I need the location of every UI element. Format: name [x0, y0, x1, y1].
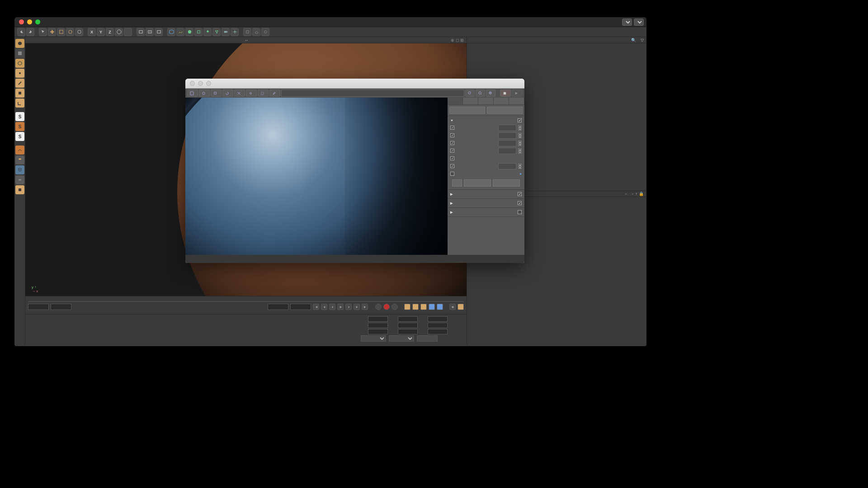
- goto-start-button[interactable]: [313, 304, 319, 310]
- timeline-ruler[interactable]: [28, 297, 464, 302]
- coord-y-size[interactable]: [398, 323, 418, 328]
- apply-button[interactable]: [417, 335, 438, 342]
- key-interp-button[interactable]: [458, 304, 464, 310]
- layer-button-2[interactable]: [15, 165, 24, 174]
- close-icon[interactable]: [19, 19, 24, 24]
- denoising-enable-checkbox[interactable]: [518, 210, 522, 214]
- attr-back-icon[interactable]: ←: [625, 192, 629, 196]
- key-mode-button[interactable]: [449, 304, 456, 310]
- corona-tab-stats[interactable]: [463, 98, 478, 104]
- nodespaces-dropdown[interactable]: [622, 19, 632, 26]
- whitebalance-spinner[interactable]: ▴▾: [518, 133, 522, 138]
- corona-tab-history[interactable]: [478, 98, 494, 104]
- saturation-checkbox[interactable]: [450, 149, 454, 153]
- point-mode-button[interactable]: [15, 69, 24, 78]
- camera-button[interactable]: [222, 28, 230, 36]
- deformer-button[interactable]: [194, 28, 203, 36]
- spline-button[interactable]: [176, 28, 184, 36]
- coord-p-rot[interactable]: [428, 323, 448, 328]
- vignette-spinner[interactable]: ▴▾: [518, 125, 522, 131]
- corona-zoom100-button[interactable]: [476, 89, 485, 97]
- key-pla-toggle[interactable]: [437, 304, 443, 310]
- corona-toc4d-button[interactable]: [199, 89, 210, 97]
- aces-value[interactable]: [498, 163, 516, 169]
- axis-x-button[interactable]: X: [88, 28, 96, 36]
- render-region-button[interactable]: [146, 28, 154, 36]
- corona-render-view[interactable]: [185, 98, 448, 255]
- minimize-icon[interactable]: [27, 19, 32, 24]
- greenmagenta-spinner[interactable]: ▴▾: [518, 141, 522, 146]
- coord-z-pos[interactable]: [368, 329, 388, 334]
- sds-button[interactable]: [261, 28, 269, 36]
- cube-primitive-button[interactable]: [167, 28, 175, 36]
- timeline-end2-field[interactable]: [290, 304, 311, 310]
- key-position-toggle[interactable]: [404, 304, 410, 310]
- saturation-spinner[interactable]: ▴▾: [518, 148, 522, 154]
- bloom-enable-checkbox[interactable]: [518, 192, 522, 196]
- record-button[interactable]: [375, 304, 382, 310]
- corona-erase-button[interactable]: [234, 89, 245, 97]
- zoom-icon[interactable]: [35, 19, 40, 24]
- next-key-button[interactable]: [354, 304, 360, 310]
- axis-z-button[interactable]: Z: [106, 28, 114, 36]
- edge-mode-button[interactable]: [15, 79, 24, 88]
- corona-close-icon[interactable]: [190, 81, 195, 86]
- corona-load-settings-button[interactable]: [487, 107, 523, 114]
- vignette-value[interactable]: [498, 125, 516, 131]
- layer-button-4[interactable]: [15, 185, 24, 194]
- tonemapping-enable-checkbox[interactable]: [518, 118, 522, 122]
- render-view-button[interactable]: [137, 28, 145, 36]
- snap-button[interactable]: [243, 28, 251, 36]
- corona-render-button[interactable]: [512, 89, 523, 97]
- vp-nav-icon[interactable]: ⊕: [451, 38, 454, 42]
- snap-3d-button[interactable]: S: [15, 132, 24, 141]
- tonemapping-reset-button[interactable]: [464, 179, 491, 187]
- scale-tool[interactable]: [57, 28, 65, 36]
- model-mode-button[interactable]: [15, 39, 24, 48]
- prev-frame-button[interactable]: [329, 304, 335, 310]
- corona-copy-button[interactable]: [211, 89, 222, 97]
- recent-tool[interactable]: [75, 28, 83, 36]
- attr-fwd-icon[interactable]: →: [630, 192, 634, 196]
- whitebalance-checkbox[interactable]: [450, 133, 454, 137]
- prev-key-button[interactable]: [321, 304, 327, 310]
- next-frame-button[interactable]: [345, 304, 352, 310]
- select-tool[interactable]: [39, 28, 47, 36]
- whitebalance-value[interactable]: [498, 132, 516, 139]
- saturation-value[interactable]: [498, 148, 516, 154]
- filter-icon[interactable]: ▽: [641, 38, 644, 42]
- corona-save-button[interactable]: [187, 89, 198, 97]
- lut-checkbox[interactable]: [450, 172, 454, 176]
- corona-save-settings-button[interactable]: [449, 107, 485, 114]
- corona-zoomin-button[interactable]: [486, 89, 495, 97]
- coord-sys-button[interactable]: [124, 28, 132, 36]
- layer-button-1[interactable]: [15, 155, 24, 164]
- key-scale-toggle[interactable]: [412, 304, 419, 310]
- coord-x-size[interactable]: [398, 316, 418, 322]
- corona-tools-button[interactable]: [246, 89, 257, 97]
- coord-x-pos[interactable]: [368, 316, 388, 322]
- corona-tab-dr[interactable]: [494, 98, 509, 104]
- corona-pick-button[interactable]: [269, 89, 280, 97]
- goto-end-button[interactable]: [362, 304, 368, 310]
- snap-settings-button[interactable]: S: [15, 122, 24, 131]
- lut-link-icon[interactable]: ▸: [520, 172, 522, 176]
- corona-titlebar[interactable]: [185, 79, 524, 89]
- coord-z-size[interactable]: [398, 329, 418, 334]
- snap-toggle-button[interactable]: S: [15, 112, 24, 121]
- tonemapping-add-button[interactable]: [452, 179, 462, 187]
- axis-mode-button[interactable]: [15, 99, 24, 108]
- axis-y-button[interactable]: Y: [97, 28, 105, 36]
- rotate-tool[interactable]: [66, 28, 74, 36]
- corona-zoom-icon[interactable]: [206, 81, 211, 86]
- key-param-toggle[interactable]: [429, 304, 435, 310]
- corona-pass-dropdown[interactable]: [281, 89, 464, 97]
- timeline-current-field[interactable]: [51, 304, 71, 310]
- layouts-dropdown[interactable]: [634, 19, 644, 26]
- texture-mode-button[interactable]: [15, 49, 24, 58]
- field-button[interactable]: [203, 28, 212, 36]
- world-axis-button[interactable]: [115, 28, 123, 36]
- mograph-button[interactable]: [212, 28, 221, 36]
- vignette-checkbox[interactable]: [450, 126, 454, 130]
- vp-nav-icon-2[interactable]: ◻: [456, 38, 459, 42]
